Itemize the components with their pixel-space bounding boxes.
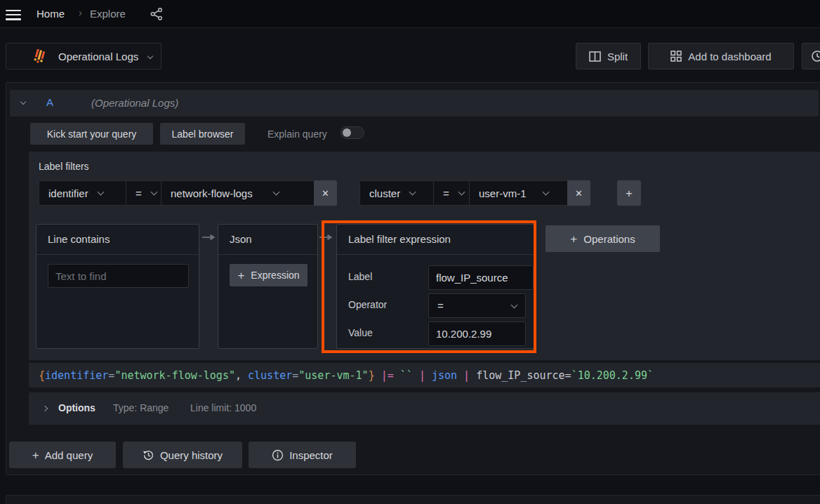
label-field-name: Label <box>348 271 372 282</box>
collapse-chevron-icon[interactable] <box>20 99 26 105</box>
results-panel-edge <box>6 495 820 504</box>
explain-query-toggle[interactable] <box>340 126 364 139</box>
query-datasource-hint: (Operational Logs) <box>91 97 178 109</box>
chevron-down-icon <box>511 301 518 308</box>
chevron-down-icon <box>147 53 153 59</box>
label-filters-title: Label filters <box>39 161 89 172</box>
value-field-name: Value <box>348 327 373 338</box>
explore-page: Home › Explore <box>0 0 820 504</box>
options-line-limit: Line limit: 1000 <box>190 402 256 413</box>
filter-operator-value: = <box>443 187 449 199</box>
plus-icon: + <box>32 449 39 461</box>
operation-card-label-filter-expression: Label filter expression Label Operator =… <box>336 224 536 349</box>
breadcrumb-home[interactable]: Home <box>37 8 65 20</box>
operation-title: Label filter expression <box>337 225 535 255</box>
plus-icon: + <box>570 233 577 245</box>
options-type: Type: Range <box>113 402 168 413</box>
query-builder-row: Label filters identifier = network-flow-… <box>29 152 820 360</box>
time-picker-button[interactable] <box>802 43 820 69</box>
add-operations-button[interactable]: + Operations <box>545 225 660 252</box>
query-row-header[interactable]: A (Operational Logs) <box>10 90 819 117</box>
operation-title: Line contains <box>37 225 199 255</box>
chevron-down-icon <box>150 189 157 196</box>
add-query-label: Add query <box>45 449 93 461</box>
close-icon: ✕ <box>575 188 583 199</box>
chevron-down-icon <box>542 189 549 196</box>
add-filter-button[interactable]: + <box>617 180 641 206</box>
split-label: Split <box>607 51 628 62</box>
arrow-right-icon <box>319 233 333 241</box>
operation-title: Json <box>218 225 317 255</box>
operator-field-name: Operator <box>348 299 387 310</box>
filter-operator-select[interactable]: = <box>433 180 470 206</box>
query-editor-panel: A (Operational Logs) Kick start your que… <box>6 82 820 475</box>
operator-select[interactable]: = <box>428 293 526 318</box>
datasource-name: Operational Logs <box>58 51 138 62</box>
plus-icon: + <box>237 270 244 281</box>
expression-label: Expression <box>251 270 299 281</box>
filter-label-select[interactable]: cluster <box>359 180 434 206</box>
options-label: Options <box>58 402 95 413</box>
kick-start-button[interactable]: Kick start your query <box>30 123 153 145</box>
filter-operator-value: = <box>135 187 142 199</box>
add-expression-button[interactable]: + Expression <box>230 264 308 286</box>
history-icon <box>143 449 154 461</box>
add-to-dashboard-label: Add to dashboard <box>688 51 771 62</box>
info-icon <box>272 449 284 461</box>
filter-label-value: cluster <box>369 187 400 199</box>
raw-query-row: {identifier="network-flow-logs", cluster… <box>29 363 820 387</box>
arrow-right-icon <box>202 233 216 241</box>
filter-label-value: identifier <box>48 187 88 199</box>
operation-card-line-contains: Line contains <box>36 224 199 349</box>
split-icon <box>589 51 601 62</box>
add-query-button[interactable]: + Add query <box>9 442 116 468</box>
clock-icon <box>811 50 820 62</box>
chevron-right-icon <box>42 406 48 411</box>
filter-operator-select[interactable]: = <box>126 180 161 206</box>
breadcrumb-explore[interactable]: Explore <box>90 8 126 20</box>
label-field-input[interactable] <box>428 265 534 290</box>
filter-label-select[interactable]: identifier <box>39 180 126 206</box>
explain-query-label: Explain query <box>267 128 327 140</box>
top-nav: Home › Explore <box>0 0 820 28</box>
inspector-button[interactable]: Inspector <box>249 442 356 468</box>
split-button[interactable]: Split <box>576 43 641 69</box>
inspector-label: Inspector <box>289 449 333 461</box>
plus-icon: + <box>626 187 633 199</box>
chevron-down-icon <box>409 189 416 196</box>
remove-filter-button[interactable]: ✕ <box>567 180 590 206</box>
chevron-down-icon <box>458 189 465 196</box>
share-icon[interactable] <box>150 7 164 21</box>
filter-value-select[interactable]: network-flow-logs <box>161 180 315 206</box>
query-history-label: Query history <box>160 449 223 461</box>
filter-value-value: user-vm-1 <box>479 187 527 199</box>
query-history-button[interactable]: Query history <box>123 442 242 468</box>
chevron-down-icon <box>97 189 104 196</box>
operation-card-json: Json + Expression <box>218 224 318 349</box>
value-field-input[interactable] <box>428 321 526 346</box>
filter-value-select[interactable]: user-vm-1 <box>469 180 568 206</box>
options-row[interactable]: Options Type: Range Line limit: 1000 <box>29 392 820 425</box>
loki-logo-icon <box>32 49 48 65</box>
line-contains-input[interactable] <box>48 264 189 288</box>
close-icon: ✕ <box>322 188 329 199</box>
raw-query-text: {identifier="network-flow-logs", cluster… <box>39 369 654 382</box>
chevron-down-icon <box>272 189 279 196</box>
datasource-picker[interactable]: Operational Logs <box>6 43 161 69</box>
remove-filter-button[interactable]: ✕ <box>314 180 337 206</box>
menu-icon[interactable] <box>6 7 21 22</box>
add-to-dashboard-button[interactable]: Add to dashboard <box>648 43 794 69</box>
query-ref-id[interactable]: A <box>46 96 53 108</box>
label-browser-button[interactable]: Label browser <box>160 123 245 145</box>
apps-grid-icon <box>670 51 682 62</box>
operator-select-value: = <box>437 300 444 312</box>
breadcrumb-separator: › <box>79 6 82 18</box>
toggle-knob <box>343 128 351 137</box>
operations-label: Operations <box>583 233 635 245</box>
filter-value-value: network-flow-logs <box>171 187 253 199</box>
